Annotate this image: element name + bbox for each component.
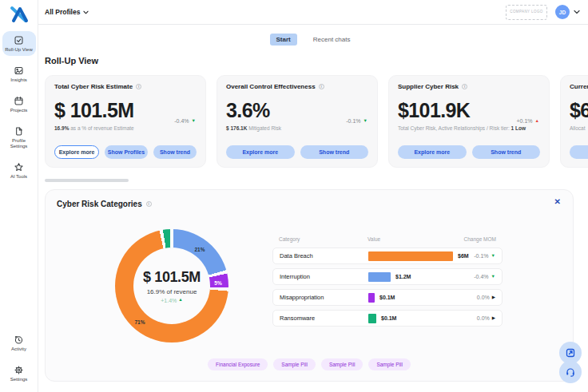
rollup-view-icon (14, 35, 24, 46)
card-title-row: Supplier Cyber Risk (398, 83, 540, 90)
donut-slice-label: 71% (134, 319, 145, 325)
topbar: All Profiles COMPANY LOGO JD (38, 0, 588, 25)
explore-more-button[interactable]: Explore more (226, 145, 295, 159)
donut-center: $ 101.5M 16.9% of revenue +1.4% ▲ (133, 247, 210, 324)
value-bar (368, 293, 375, 303)
trend-arrow-icon: ▲ (178, 298, 182, 303)
pill-sample[interactable]: Sample Pill (368, 358, 411, 370)
card-supplier-cyber-risk: Supplier Cyber Risk $101.9K +0.1% ▲ Tota… (388, 75, 550, 168)
card-subtext: $ 176.1K Mitigated Risk (226, 125, 368, 131)
card-title: Supplier Cyber Risk (398, 83, 459, 90)
card-title: Total Cyber Risk Estimate (54, 83, 133, 90)
card-title: Curren (570, 83, 588, 90)
pill-financial-exposure[interactable]: Financial Exposure (208, 358, 268, 370)
sidebar-item-settings[interactable]: Settings (2, 361, 36, 386)
table-row: Interruption $1.2M -0.4% ▼ (272, 268, 503, 285)
pill-sample[interactable]: Sample Pill (321, 358, 364, 370)
show-trend-button[interactable]: Show trend (153, 145, 197, 159)
show-trend-button[interactable]: Show trend (472, 145, 541, 159)
avatar[interactable]: JD (555, 5, 570, 19)
horizontal-scrollbar-thumb[interactable] (45, 179, 129, 182)
gear-icon (14, 365, 24, 375)
tab-start[interactable]: Start (270, 34, 297, 46)
table-header: Category Value Change MOM (272, 236, 503, 242)
trend-arrow-icon: ▶ (492, 316, 495, 321)
sidebar-item-activity[interactable]: Activity (2, 331, 36, 355)
card-value: $6 (570, 99, 588, 122)
sidebar-item-profile-settings[interactable]: Profile Settings (2, 122, 36, 152)
app-logo-icon[interactable] (9, 6, 30, 23)
donut-ring[interactable]: $ 101.5M 16.9% of revenue +1.4% ▲ (115, 229, 228, 343)
sidebar-item-rollup-view[interactable]: Roll-Up View (2, 31, 36, 56)
profile-selector-label: All Profiles (45, 8, 80, 16)
show-trend-button[interactable]: Show trend (300, 145, 369, 159)
explore-more-button[interactable] (570, 145, 588, 159)
headset-icon (565, 366, 576, 378)
panel-title: Cyber Risk Categories (57, 200, 142, 208)
tab-recent-chats[interactable]: Recent chats (307, 34, 357, 46)
trend-arrow-icon: ▶ (492, 295, 495, 300)
suggestion-pills: Financial Exposure Sample Pill Sample Pi… (46, 358, 573, 370)
kpi-cards-row: Total Cyber Risk Estimate $ 101.5M -0.4%… (45, 75, 588, 169)
column-header-category: Category (279, 236, 368, 242)
table-row: Data Breach $6M -0.1% ▼ (272, 247, 503, 264)
card-change: +0.1% ▲ (517, 118, 540, 124)
info-icon[interactable] (136, 84, 141, 89)
sidebar-item-ai-tools[interactable]: AI Tools (2, 158, 36, 183)
value-bar (368, 251, 453, 261)
info-icon[interactable] (462, 84, 467, 89)
card-change: -0.1% ▼ (346, 118, 368, 124)
trend-arrow-icon: ▼ (192, 119, 196, 124)
category-label: Misappropriation (280, 294, 368, 301)
category-label: Data Breach (280, 252, 368, 259)
value-label: $0.1M (381, 315, 396, 321)
sidebar-item-label: Profile Settings (3, 138, 35, 149)
change-mom: -0.1% ▼ (474, 253, 495, 259)
card-buttons: Explore more Show trend (398, 145, 540, 159)
explore-more-button[interactable]: Explore more (398, 145, 467, 159)
card-subtext: Total Cyber Risk, Active Relationships /… (398, 125, 540, 131)
donut-center-subtitle: 16.9% of revenue (147, 288, 197, 295)
profile-selector[interactable]: All Profiles (45, 8, 89, 16)
sidebar-item-label: Activity (11, 346, 26, 352)
panel-title-row: Cyber Risk Categories (57, 200, 152, 208)
column-header-value: Value (368, 236, 464, 242)
donut-center-value: $ 101.5M (143, 269, 201, 286)
card-title-row: Overall Control Effectiveness (226, 83, 368, 90)
column-header-change-mom: Change MOM (464, 236, 496, 242)
show-profiles-button[interactable]: Show Profiles (105, 145, 148, 159)
activity-clock-icon (14, 335, 24, 345)
card-subtext: Allocat (570, 125, 588, 131)
card-total-cyber-risk: Total Cyber Risk Estimate $ 101.5M -0.4%… (45, 75, 206, 168)
chevron-down-icon[interactable] (574, 10, 580, 14)
value-label: $1.2M (395, 274, 411, 279)
card-buttons: Explore more Show trend (226, 145, 368, 159)
value-label: $6M (458, 253, 469, 259)
value-bar (368, 314, 376, 323)
info-icon[interactable] (319, 84, 324, 89)
company-logo-placeholder: COMPANY LOGO (506, 5, 547, 20)
card-control-effectiveness: Overall Control Effectiveness 3.6% -0.1%… (217, 75, 378, 168)
info-icon[interactable] (146, 201, 152, 207)
donut-slice-label: 21% (194, 247, 205, 252)
card-title-row: Total Cyber Risk Estimate (54, 83, 197, 90)
change-mom: 0.0% ▶ (477, 295, 495, 300)
star-icon (14, 162, 24, 172)
trend-arrow-icon: ▼ (491, 254, 495, 259)
cyber-risk-categories-panel: Cyber Risk Categories ✕ $ 101.5M 16.9% o… (45, 189, 574, 382)
card-title: Overall Control Effectiveness (226, 83, 316, 90)
sidebar-item-projects[interactable]: Projects (2, 92, 36, 117)
card-buttons: Explore more Show Profiles Show trend (54, 145, 197, 159)
chat-tabs: Start Recent chats (38, 34, 588, 46)
chevron-down-icon (83, 10, 89, 14)
sidebar-item-insights[interactable]: Insights (2, 61, 36, 86)
sidebar: Roll-Up View Insights Projects Profile S… (0, 0, 38, 392)
explore-more-button[interactable]: Explore more (54, 145, 99, 159)
category-label: Ransomware (280, 315, 368, 322)
close-icon[interactable]: ✕ (554, 197, 561, 206)
pill-sample[interactable]: Sample Pill (273, 358, 316, 370)
donut-center-change: +1.4% ▲ (161, 298, 183, 303)
support-fab-button[interactable] (559, 361, 582, 383)
insights-icon (14, 65, 24, 76)
change-mom: -0.4% ▼ (474, 274, 495, 279)
